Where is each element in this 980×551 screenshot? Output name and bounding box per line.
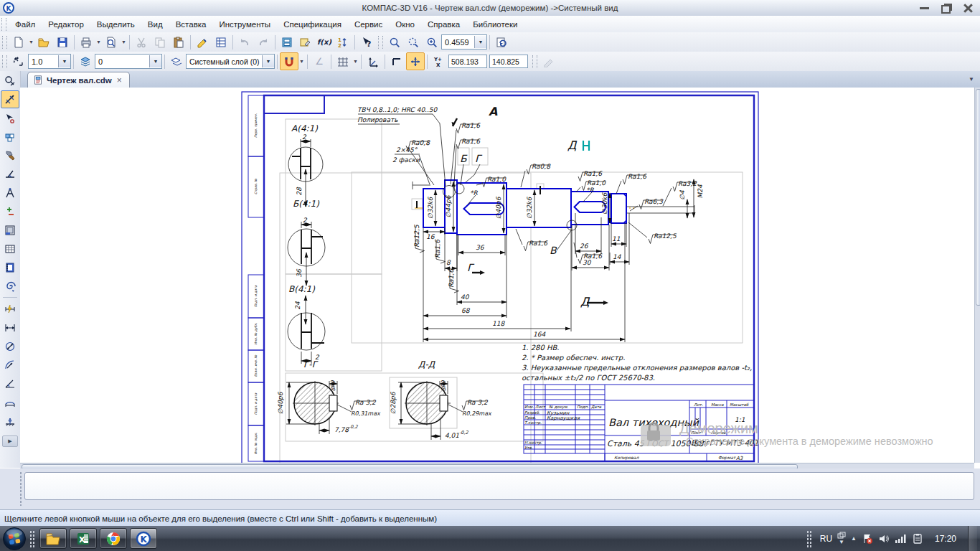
layer-number-dropdown-icon[interactable]: ▼ (149, 55, 161, 67)
menu-specification[interactable]: Спецификация (277, 18, 348, 31)
toolbar-grip[interactable] (2, 36, 7, 49)
tool-linear-dim-icon[interactable] (1, 319, 19, 336)
rounding-snap-button[interactable] (406, 52, 425, 70)
step-combo[interactable]: 1.0 ▼ (28, 54, 71, 69)
tool-compass-icon[interactable] (1, 184, 19, 202)
tool-diameter-dim-icon[interactable] (1, 337, 19, 355)
save-button[interactable] (53, 33, 72, 51)
grid-button[interactable] (334, 52, 352, 70)
drawing-canvas[interactable]: Перв. примен. Справ. № Подп. и дата Инв.… (20, 88, 980, 468)
language-bar[interactable]: ▼ (837, 532, 846, 545)
menu-view[interactable]: Вид (141, 18, 169, 31)
tool-angle-dim-icon[interactable] (1, 375, 19, 392)
tab-list-dropdown-icon[interactable]: ▼ (969, 76, 974, 83)
print-button[interactable] (77, 33, 95, 51)
zoom-area-button[interactable] (404, 33, 423, 51)
volume-icon[interactable] (878, 533, 890, 545)
ortho-button[interactable] (387, 52, 406, 70)
zoom-scale-combo[interactable]: 0.4559 ▼ (441, 34, 487, 50)
tool-point-icon[interactable] (1, 109, 19, 127)
menu-select[interactable]: Выделить (90, 18, 141, 31)
variables-button[interactable] (296, 33, 315, 51)
drawing-svg[interactable]: Перв. примен. Справ. № Подп. и дата Инв.… (20, 88, 980, 468)
tool-table-icon[interactable] (1, 240, 19, 258)
menu-window[interactable]: Окно (389, 18, 421, 31)
action-center-icon[interactable] (862, 533, 873, 545)
paste-button[interactable] (169, 33, 188, 51)
language-dropdown-icon[interactable]: ▼ (839, 539, 844, 545)
preview-dropdown-icon[interactable]: ▼ (121, 39, 127, 44)
local-cs-button[interactable] (364, 52, 382, 70)
language-indicator[interactable]: RU (820, 534, 832, 544)
coord-x-field[interactable]: 140.825 (489, 55, 528, 68)
tool-pattern-icon[interactable] (1, 128, 19, 146)
menu-edit[interactable]: Редактор (42, 18, 90, 31)
rebuild-view-button[interactable] (492, 33, 511, 51)
functions-button[interactable]: f(x) (315, 33, 334, 51)
menu-help[interactable]: Справка (421, 18, 466, 31)
snap-dropdown-icon[interactable]: ▼ (298, 59, 305, 64)
new-document-button[interactable] (9, 33, 28, 51)
tool-parametrize-icon[interactable] (1, 165, 19, 183)
zoom-document-button[interactable] (385, 33, 404, 51)
state-toolbar-grip[interactable] (2, 55, 7, 68)
context-help-button[interactable]: ? (357, 33, 376, 51)
open-button[interactable] (34, 33, 53, 51)
tool-measure-icon[interactable] (1, 90, 19, 108)
layer-name-combo[interactable]: Системный слой (0) ▼ (186, 54, 275, 69)
close-button[interactable] (963, 4, 973, 12)
menu-grip[interactable] (1, 18, 6, 31)
property-input[interactable] (24, 472, 974, 500)
layer-number-combo[interactable]: 0 ▼ (95, 54, 162, 69)
window-layout-button[interactable] (278, 33, 296, 51)
grid-dropdown-icon[interactable]: ▼ (352, 59, 359, 64)
document-tab[interactable]: Чертеж вал.cdw × (27, 72, 130, 88)
taskbar-explorer-button[interactable] (39, 528, 67, 549)
network-icon[interactable] (895, 534, 907, 544)
section-views[interactable]: Г-Г ∅40p6 8P9 R0,31max 7,78 -0,2 Д-Д ∅28… (277, 359, 492, 439)
windows-update-icon[interactable] (912, 533, 923, 545)
tool-edit-hammer-icon[interactable] (1, 146, 19, 164)
extra-grip[interactable] (532, 55, 537, 68)
minimize-button[interactable] (920, 4, 931, 12)
copy-button[interactable] (151, 33, 169, 51)
restore-button[interactable] (941, 4, 953, 12)
tool-spiral-icon[interactable] (1, 277, 19, 295)
layer-dropdown-icon[interactable]: ▼ (262, 55, 274, 67)
snap-magnet-button[interactable] (280, 52, 298, 70)
taskbar-chrome-button[interactable] (100, 528, 127, 549)
taskbar-kompas-button[interactable]: K (130, 528, 157, 549)
view-toolbar-grip[interactable] (378, 36, 383, 49)
show-hidden-icons[interactable]: ▲ (851, 535, 857, 542)
start-button[interactable] (2, 527, 27, 551)
detail-views[interactable]: А(4:1) 2 28 Б(4:1) 2 36 В(4:1) 24 2 (288, 123, 325, 361)
tool-selection-icon[interactable] (1, 72, 19, 90)
print-dropdown-icon[interactable]: ▼ (95, 39, 102, 44)
zoom-scale-dropdown-icon[interactable]: ▼ (474, 36, 486, 48)
layer-settings-icon[interactable] (167, 52, 186, 70)
object-properties-button[interactable] (212, 33, 230, 51)
vertical-scrollbar[interactable] (974, 88, 980, 463)
print-preview-button[interactable] (102, 33, 121, 51)
tool-fragment-icon[interactable] (1, 221, 19, 239)
tray-grip[interactable] (806, 530, 812, 547)
clock[interactable]: 17:20 (928, 534, 963, 544)
tool-plus-minus-icon[interactable] (1, 202, 19, 220)
tool-arc-dim-icon[interactable] (1, 393, 19, 411)
new-dropdown-icon[interactable]: ▼ (28, 39, 34, 44)
coord-y-field[interactable]: 508.193 (448, 55, 487, 68)
vscroll-thumb[interactable] (976, 89, 980, 306)
property-panel-grip[interactable] (19, 471, 22, 506)
cut-button[interactable] (132, 33, 151, 51)
tool-notebook-icon[interactable] (1, 258, 19, 276)
show-desktop-button[interactable] (968, 526, 977, 551)
tool-radial-dim-icon[interactable] (1, 356, 19, 374)
menu-service[interactable]: Сервис (348, 18, 389, 31)
panel-expand-button[interactable]: ▶ (2, 435, 18, 447)
tab-close-icon[interactable]: × (116, 75, 123, 85)
copy-properties-button[interactable] (193, 33, 212, 51)
redo-button[interactable] (254, 33, 273, 51)
menu-tools[interactable]: Инструменты (212, 18, 277, 31)
restore-windows-icon[interactable] (837, 532, 846, 539)
tool-datum-icon[interactable] (1, 412, 19, 430)
